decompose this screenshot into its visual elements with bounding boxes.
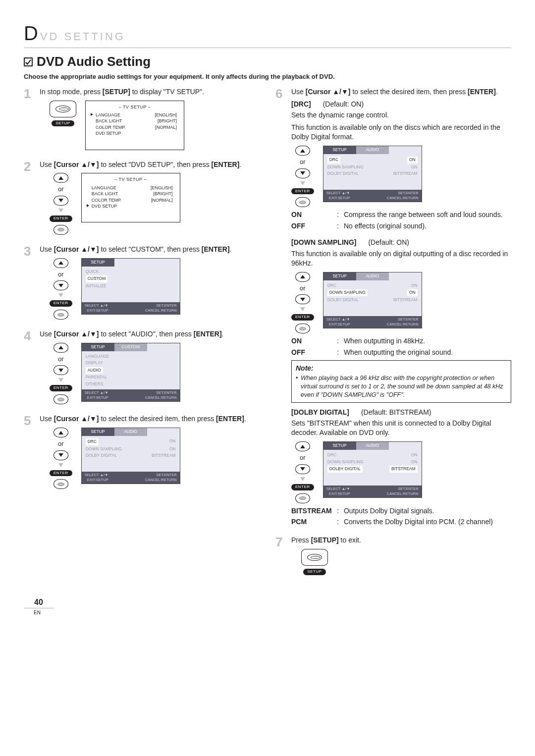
remote-setup-button-graphic: SETUP — [301, 549, 328, 575]
setup-label: SETUP — [52, 120, 74, 127]
step-4: 4 Use [Cursor ▲/▼] to select "AUDIO", th… — [24, 329, 260, 407]
step-num: 7 — [275, 536, 286, 578]
step-text: Use [Cursor ▲/▼] to select the desired i… — [291, 87, 511, 97]
remote-cursor-enter-graphic: or ENTER — [50, 173, 72, 234]
osd-custom-menu: SETUPCUSTOM LANGUAGE DISPLAY AUDIO PAREN… — [81, 343, 180, 402]
step-5: 5 Use [Cursor ▲/▼] to select the desired… — [24, 414, 260, 492]
step-text: Use [Cursor ▲/▼] to select the desired i… — [40, 414, 260, 424]
drc-desc1: Sets the dynamic range control. — [291, 110, 511, 120]
step-text: Press [SETUP] to exit. — [291, 536, 511, 545]
note-box: Note: When playing back a 96 kHz disc wi… — [291, 360, 511, 403]
drc-heading: [DRC](Default: ON) — [291, 100, 511, 109]
down-on-def: ON: When outputting in 48kHz. — [291, 336, 511, 346]
remote-cursor-enter-graphic: or ENTER — [50, 428, 72, 489]
remote-cursor-enter-graphic: or ENTER — [291, 146, 314, 207]
osd-setup-menu: SETUP QUICK CUSTOM INITIALIZE SELECT ▲/▼… — [81, 258, 180, 315]
header-first-letter: D — [24, 20, 40, 47]
step-2: 2 Use [Cursor ▲/▼] to select "DVD SETUP"… — [24, 160, 260, 238]
osd-audio-dolby-hl: SETUPAUDIO DRCON DOWN SAMPLINGON DOLBY D… — [323, 441, 422, 498]
step-num: 3 — [24, 245, 35, 323]
enter-label: ENTER — [50, 216, 72, 222]
step-7: 7 Press [SETUP] to exit. SETUP — [275, 536, 511, 578]
page-footer: 40 EN — [24, 597, 511, 616]
step-6: 6 Use [Cursor ▲/▼] to select the desired… — [275, 87, 511, 529]
step-num: 6 — [275, 87, 286, 529]
step-text: In stop mode, press [SETUP] to display "… — [40, 87, 260, 97]
step-text: Use [Cursor ▲/▼] to select "DVD SETUP", … — [40, 160, 260, 169]
drc-on-def: ON: Compress the range between soft and … — [291, 210, 511, 219]
section-title-row: DVD Audio Setting — [24, 53, 511, 70]
dolby-pcm-def: PCM: Converts the Dolby Digital into PCM… — [291, 517, 511, 527]
step-num: 1 — [24, 87, 35, 153]
osd-audio-drc-hl: SETUPAUDIO DRCON DOWN SAMPLINGON DOLBY D… — [323, 146, 422, 202]
down-heading: [DOWN SAMPLING](Default: ON) — [291, 238, 511, 247]
osd-tv-setup-2: – TV SETUP – LANGUAGE[ENGLISH] BACK LIGH… — [81, 173, 180, 222]
section-title: DVD Audio Setting — [37, 53, 151, 70]
remote-setup-button-graphic: SETUP — [50, 101, 76, 127]
osd-tv-setup-1: – TV SETUP – LANGUAGE[ENGLISH] BACK LIGH… — [85, 101, 184, 150]
left-column: 1 In stop mode, press [SETUP] to display… — [24, 87, 260, 585]
cursor-down-icon — [54, 196, 68, 206]
right-column: 6 Use [Cursor ▲/▼] to select the desired… — [275, 87, 511, 585]
dolby-heading: [DOLBY DIGITAL](Default: BITSTREAM) — [291, 408, 511, 417]
enter-button-icon — [54, 225, 68, 235]
step-num: 2 — [24, 160, 35, 238]
page-number: 40 — [24, 597, 54, 608]
page-lang: EN — [34, 609, 511, 616]
remote-cursor-enter-graphic: or ENTER — [50, 343, 72, 404]
dolby-desc: Sets "BITSTREAM" when this unit is conne… — [291, 419, 511, 437]
remote-cursor-enter-graphic: or ENTER — [291, 441, 314, 503]
drc-off-def: OFF: No effects (original sound). — [291, 221, 511, 231]
chevron-down-icon — [58, 209, 63, 213]
header-rest: VD SETTING — [40, 29, 125, 44]
step-text: Use [Cursor ▲/▼] to select "AUDIO", then… — [40, 329, 260, 339]
down-desc: This function is available only on digit… — [291, 249, 511, 268]
remote-cursor-enter-graphic: or ENTER — [50, 258, 72, 320]
chapter-header: D VD SETTING — [24, 20, 511, 48]
checkbox-icon — [24, 57, 33, 66]
drc-desc2: This function is available only on the d… — [291, 123, 511, 142]
dolby-bitstream-def: BITSTREAM: Outputs Dolby Digital signals… — [291, 506, 511, 516]
section-intro: Choose the appropriate audio settings fo… — [24, 72, 511, 81]
cursor-up-icon — [54, 173, 68, 183]
step-text: Use [Cursor ▲/▼] to select "CUSTOM", the… — [40, 245, 260, 254]
step-3: 3 Use [Cursor ▲/▼] to select "CUSTOM", t… — [24, 245, 260, 323]
remote-cursor-enter-graphic: or ENTER — [291, 272, 314, 333]
osd-audio-menu-drc: SETUPAUDIO DRCON DOWN SAMPLINGON DOLBY D… — [81, 428, 180, 484]
down-off-def: OFF: When outputting the original sound. — [291, 348, 511, 357]
step-num: 5 — [24, 414, 35, 492]
osd-audio-down-hl: SETUPAUDIO DRCON DOWN SAMPLINGON DOLBY D… — [323, 272, 422, 328]
step-num: 4 — [24, 329, 35, 407]
step-1: 1 In stop mode, press [SETUP] to display… — [24, 87, 260, 153]
